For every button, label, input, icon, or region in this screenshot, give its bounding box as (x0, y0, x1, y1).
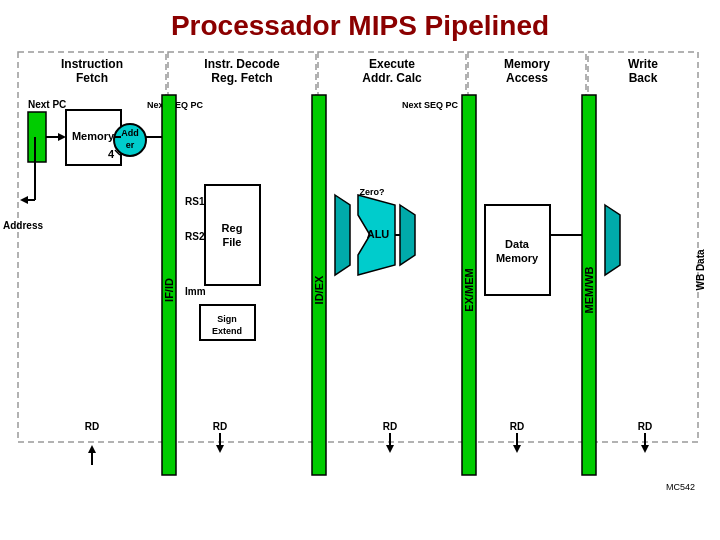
svg-text:Next PC: Next PC (28, 99, 66, 110)
svg-text:Execute: Execute (369, 57, 415, 71)
svg-text:RD: RD (510, 421, 524, 432)
svg-text:Reg: Reg (222, 222, 243, 234)
svg-rect-37 (205, 185, 260, 285)
svg-text:Memory: Memory (72, 130, 115, 142)
svg-marker-54 (400, 205, 415, 265)
svg-marker-58 (386, 445, 394, 453)
svg-text:Address: Address (3, 220, 43, 231)
svg-text:Fetch: Fetch (76, 71, 108, 85)
svg-text:Sign: Sign (217, 314, 237, 324)
svg-text:RD: RD (638, 421, 652, 432)
svg-text:Instr. Decode: Instr. Decode (204, 57, 280, 71)
svg-marker-46 (216, 445, 224, 453)
svg-text:Zero?: Zero? (359, 187, 384, 197)
svg-text:RS1: RS1 (185, 196, 205, 207)
svg-text:Data: Data (505, 238, 530, 250)
svg-text:Imm: Imm (185, 286, 206, 297)
svg-text:Add: Add (121, 128, 139, 138)
svg-text:ID/EX: ID/EX (313, 275, 325, 304)
svg-text:Reg. Fetch: Reg. Fetch (211, 71, 272, 85)
svg-marker-76 (88, 445, 96, 453)
svg-text:File: File (223, 236, 242, 248)
svg-text:Memory: Memory (504, 57, 550, 71)
svg-text:MC542: MC542 (666, 482, 695, 490)
svg-marker-67 (513, 445, 521, 453)
svg-text:EX/MEM: EX/MEM (463, 268, 475, 311)
svg-text:IF/ID: IF/ID (163, 278, 175, 302)
svg-text:er: er (126, 140, 135, 150)
svg-text:Instruction: Instruction (61, 57, 123, 71)
svg-text:ALU: ALU (367, 228, 390, 240)
svg-text:Next SEQ PC: Next SEQ PC (402, 100, 459, 110)
svg-text:Access: Access (506, 71, 548, 85)
svg-marker-18 (58, 133, 66, 141)
svg-text:Addr. Calc: Addr. Calc (362, 71, 422, 85)
svg-text:RD: RD (85, 421, 99, 432)
svg-text:RD: RD (213, 421, 227, 432)
svg-text:RD: RD (383, 421, 397, 432)
svg-rect-16 (28, 112, 46, 162)
svg-text:4: 4 (108, 148, 115, 160)
svg-text:RS2: RS2 (185, 231, 205, 242)
svg-text:Extend: Extend (212, 326, 242, 336)
svg-rect-61 (485, 205, 550, 295)
svg-text:WB Data: WB Data (695, 249, 706, 291)
pipeline-diagram: Instruction Fetch Instr. Decode Reg. Fet… (0, 0, 720, 490)
svg-text:Write: Write (628, 57, 658, 71)
svg-text:Memory: Memory (496, 252, 539, 264)
svg-text:MEM/WB: MEM/WB (583, 266, 595, 313)
svg-marker-49 (335, 195, 350, 275)
svg-text:Back: Back (629, 71, 658, 85)
svg-marker-70 (605, 205, 620, 275)
svg-marker-74 (641, 445, 649, 453)
page-container: Processador MIPS Pipelined Instruction F… (0, 0, 720, 540)
svg-marker-24 (20, 196, 28, 204)
